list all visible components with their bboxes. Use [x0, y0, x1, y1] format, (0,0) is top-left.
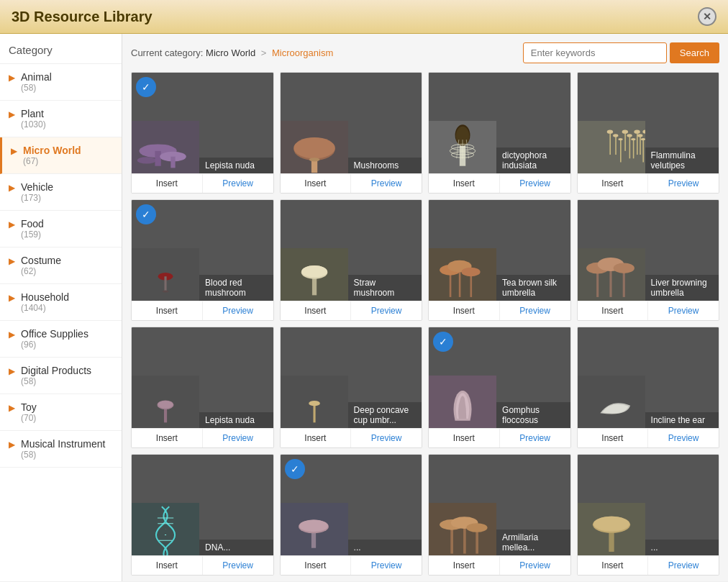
- sidebar-item-vehicle[interactable]: ▶ Vehicle (173): [0, 174, 122, 211]
- sidebar-item-costume[interactable]: ▶ Costume (62): [0, 247, 122, 284]
- card-actions: InsertPreview: [281, 428, 422, 447]
- sidebar-arrow-icon: ▶: [9, 440, 15, 450]
- insert-button[interactable]: Insert: [578, 429, 649, 447]
- insert-button[interactable]: Insert: [578, 301, 649, 320]
- preview-button[interactable]: Preview: [203, 429, 273, 447]
- svg-rect-26: [620, 140, 622, 162]
- sidebar-item-toy[interactable]: ▶ Toy (70): [0, 394, 122, 431]
- insert-button[interactable]: Insert: [429, 174, 500, 193]
- sidebar-item-plant[interactable]: ▶ Plant (1030): [0, 101, 122, 137]
- breadcrumb-arrow: >: [261, 47, 267, 58]
- card-label: Flammulina velutipes: [645, 147, 719, 173]
- sidebar-item-food[interactable]: ▶ Food (159): [0, 211, 122, 247]
- sidebar-item-count: (173): [21, 193, 53, 203]
- sidebar-item-name: Digital Products: [21, 365, 91, 376]
- card-thumbnail: ✓Blood red mushroom: [132, 200, 273, 301]
- preview-button[interactable]: Preview: [351, 174, 422, 193]
- card-actions: InsertPreview: [281, 173, 422, 193]
- preview-button[interactable]: Preview: [500, 301, 570, 320]
- sidebar-item-micro-world[interactable]: ▶ Micro World (67): [0, 137, 122, 174]
- grid-item-8: Liver browning umbrellaInsertPreview: [577, 199, 720, 321]
- card-badge-icon: ✓: [136, 204, 156, 224]
- card-label: Lepista nuda: [199, 158, 273, 173]
- card-label: Deep concave cup umbr...: [348, 402, 422, 428]
- preview-button[interactable]: Preview: [500, 556, 570, 575]
- grid-item-13: DNA...InsertPreview: [131, 454, 274, 576]
- sidebar-arrow-icon: ▶: [11, 146, 17, 156]
- svg-rect-21: [578, 121, 645, 173]
- close-button[interactable]: ✕: [698, 7, 716, 26]
- insert-button[interactable]: Insert: [281, 174, 352, 193]
- sidebar-item-count: (62): [21, 266, 61, 276]
- card-label: Mushrooms: [348, 158, 422, 173]
- breadcrumb-label: Current category:: [131, 47, 203, 58]
- svg-point-51: [301, 265, 327, 278]
- sidebar-item-household[interactable]: ▶ Household (1404): [0, 284, 122, 321]
- svg-rect-22: [609, 132, 611, 155]
- sidebar-item-name: Vehicle: [21, 181, 53, 193]
- card-actions: InsertPreview: [429, 555, 570, 575]
- search-input[interactable]: [523, 42, 667, 63]
- svg-rect-32: [632, 140, 634, 158]
- sidebar-arrow-icon: ▶: [9, 256, 15, 266]
- preview-button[interactable]: Preview: [648, 301, 719, 320]
- insert-button[interactable]: Insert: [132, 556, 203, 575]
- svg-point-35: [634, 129, 640, 133]
- insert-button[interactable]: Insert: [132, 429, 203, 447]
- svg-rect-2: [155, 151, 160, 166]
- sidebar-item-animal[interactable]: ▶ Animal (58): [0, 64, 122, 101]
- sidebar-item-name: Office Supplies: [21, 328, 88, 340]
- card-actions: InsertPreview: [578, 555, 719, 575]
- insert-button[interactable]: Insert: [281, 556, 352, 575]
- grid-item-1: ✓Lepista nudaInsertPreview: [131, 72, 274, 194]
- card-badge-icon: ✓: [433, 332, 453, 352]
- sidebar-item-digital-products[interactable]: ▶ Digital Products (58): [0, 358, 122, 394]
- preview-button[interactable]: Preview: [203, 301, 273, 320]
- sidebar-item-office-supplies[interactable]: ▶ Office Supplies (96): [0, 321, 122, 358]
- preview-button[interactable]: Preview: [351, 556, 422, 575]
- search-button[interactable]: Search: [670, 42, 719, 63]
- preview-button[interactable]: Preview: [648, 174, 719, 193]
- sidebar-item-name: Animal: [21, 71, 52, 83]
- preview-button[interactable]: Preview: [648, 429, 719, 447]
- svg-point-29: [622, 129, 627, 133]
- preview-button[interactable]: Preview: [203, 174, 273, 193]
- grid-item-12: Incline the earInsertPreview: [577, 327, 720, 448]
- sidebar-item-name: Food: [21, 218, 44, 229]
- insert-button[interactable]: Insert: [132, 174, 203, 193]
- svg-rect-38: [642, 140, 644, 162]
- insert-button[interactable]: Insert: [429, 429, 500, 447]
- grid-item-7: Tea brown silk umbrellaInsertPreview: [428, 199, 571, 321]
- svg-rect-71: [313, 404, 315, 422]
- svg-rect-24: [615, 136, 616, 155]
- sidebar-arrow-icon: ▶: [9, 109, 15, 119]
- sidebar-item-count: (159): [21, 229, 44, 240]
- card-thumbnail: Liver browning umbrella: [578, 200, 719, 301]
- preview-button[interactable]: Preview: [351, 301, 422, 320]
- card-thumbnail: Armillaria mellea...: [429, 455, 570, 555]
- insert-button[interactable]: Insert: [429, 301, 500, 320]
- svg-rect-91: [476, 528, 478, 553]
- insert-button[interactable]: Insert: [281, 429, 352, 447]
- grid-item-9: Lepista nudaInsertPreview: [131, 327, 274, 448]
- sidebar-item-musical-instrument[interactable]: ▶ Musical Instrument (58): [0, 431, 122, 468]
- grid-item-4: Flammulina velutipesInsertPreview: [577, 72, 720, 194]
- insert-button[interactable]: Insert: [578, 556, 649, 575]
- sidebar-item-name: Toy: [21, 401, 37, 413]
- insert-button[interactable]: Insert: [578, 174, 649, 193]
- preview-button[interactable]: Preview: [351, 429, 422, 447]
- preview-button[interactable]: Preview: [648, 556, 719, 575]
- preview-button[interactable]: Preview: [500, 429, 570, 447]
- svg-rect-36: [640, 136, 641, 155]
- svg-point-31: [627, 134, 632, 137]
- card-actions: InsertPreview: [429, 301, 570, 320]
- preview-button[interactable]: Preview: [500, 174, 570, 193]
- preview-button[interactable]: Preview: [203, 556, 273, 575]
- card-thumbnail: ✓Gomphus floccosus: [429, 327, 570, 428]
- card-actions: InsertPreview: [281, 555, 422, 575]
- card-label: dictyophora indusiata: [496, 147, 570, 173]
- insert-button[interactable]: Insert: [132, 301, 203, 320]
- insert-button[interactable]: Insert: [429, 556, 500, 575]
- insert-button[interactable]: Insert: [281, 301, 352, 320]
- sidebar-item-name: Plant: [21, 108, 46, 119]
